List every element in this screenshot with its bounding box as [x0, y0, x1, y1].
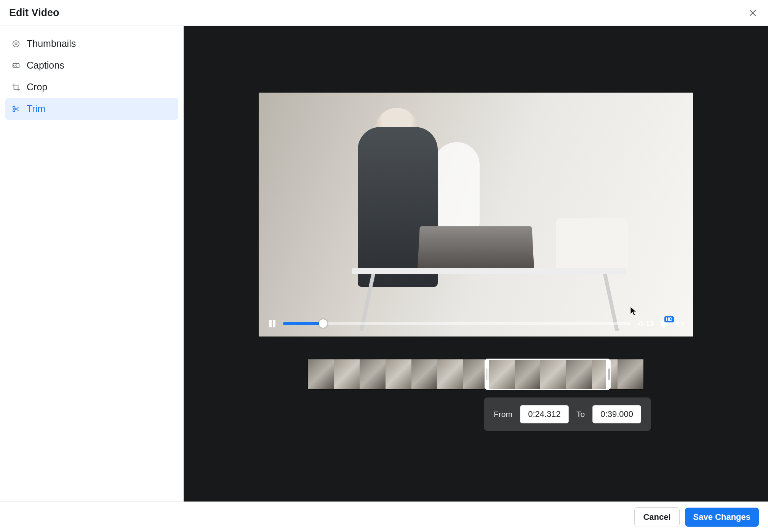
timeline-frame [308, 359, 334, 389]
trim-icon [11, 104, 21, 114]
main-panel: -0:13 HD [184, 26, 768, 502]
thumbnails-icon [11, 39, 21, 48]
sidebar-item-captions[interactable]: Captions [5, 54, 178, 76]
sidebar: Thumbnails Captions Crop Trim [0, 26, 184, 502]
settings-button[interactable]: HD [659, 319, 669, 328]
time-remaining: -0:13 [636, 319, 654, 328]
to-input[interactable] [592, 405, 641, 423]
video-content [418, 226, 534, 269]
video-content [556, 218, 628, 272]
volume-muted-icon [675, 319, 685, 328]
svg-point-2 [13, 40, 19, 47]
sidebar-item-trim[interactable]: Trim [5, 98, 178, 120]
timeline-frame [411, 359, 437, 389]
svg-rect-9 [269, 320, 272, 327]
sidebar-item-crop[interactable]: Crop [5, 76, 178, 98]
video-controls: -0:13 HD [259, 314, 693, 337]
cancel-button[interactable]: Cancel [634, 507, 679, 527]
svg-rect-10 [273, 320, 275, 327]
progress-bar[interactable] [283, 322, 631, 325]
svg-point-6 [13, 109, 15, 112]
progress-thumb[interactable] [319, 319, 327, 328]
sidebar-item-thumbnails[interactable]: Thumbnails [5, 33, 178, 54]
dialog-header: Edit Video [0, 0, 768, 26]
timeline-frame [540, 359, 566, 389]
timeline-frame [592, 359, 618, 389]
timeline-frame [334, 359, 360, 389]
volume-button[interactable] [675, 319, 685, 328]
video-content [352, 268, 626, 274]
video-preview[interactable]: -0:13 HD [259, 93, 693, 337]
trim-timeline[interactable] [307, 359, 644, 390]
from-input[interactable] [520, 405, 569, 423]
save-button[interactable]: Save Changes [685, 508, 759, 527]
svg-point-3 [15, 43, 17, 45]
timeline-frame [618, 359, 643, 389]
timeline-frame [566, 359, 592, 389]
trim-range-box: From To [484, 397, 651, 431]
sidebar-item-label: Captions [27, 60, 64, 71]
sidebar-item-label: Thumbnails [27, 38, 76, 49]
timeline-frame [515, 359, 541, 389]
hd-badge: HD [664, 316, 674, 322]
captions-icon [11, 61, 21, 70]
dialog-title: Edit Video [9, 7, 59, 19]
dialog-body: Thumbnails Captions Crop Trim [0, 26, 768, 502]
video-content [434, 142, 480, 234]
timeline-frame [386, 359, 411, 389]
crop-icon [11, 83, 21, 92]
sidebar-item-label: Trim [27, 103, 45, 114]
pause-icon [269, 319, 276, 328]
to-label: To [576, 410, 585, 419]
sidebar-separator [5, 122, 178, 122]
timeline-frame [437, 359, 463, 389]
sidebar-item-label: Crop [27, 82, 47, 93]
from-label: From [494, 410, 512, 419]
pause-button[interactable] [267, 318, 278, 329]
timeline-frame [360, 359, 386, 389]
trim-handle-end[interactable] [606, 360, 611, 389]
svg-point-5 [13, 106, 15, 108]
close-button[interactable] [747, 7, 759, 19]
dialog-footer: Cancel Save Changes [0, 502, 768, 532]
progress-fill [283, 322, 323, 325]
close-icon [748, 8, 757, 18]
trim-handle-start[interactable] [485, 360, 489, 389]
timeline-frame [489, 359, 515, 389]
